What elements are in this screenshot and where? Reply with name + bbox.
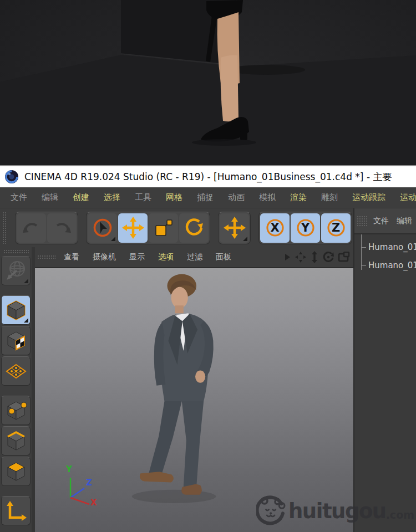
undo-button[interactable] (17, 213, 46, 243)
cinema4d-window: CINEMA 4D R19.024 Studio (RC - R19) - [H… (0, 0, 416, 532)
workplane-mode-button[interactable] (1, 356, 31, 386)
viewport-grip[interactable] (37, 255, 56, 260)
menu-snap[interactable]: 捕捉 (190, 192, 221, 203)
main-menu-bar: 文件 编辑 创建 选择 工具 网格 捕捉 动画 模拟 渲染 雕刻 运动跟踪 运动… (0, 187, 416, 208)
axis-gizmo: Y Z X (58, 469, 97, 513)
menu-render[interactable]: 渲染 (283, 192, 314, 203)
render-preview-scene (0, 0, 416, 165)
left-column: X Y Z (0, 208, 353, 532)
vp-menu-panel[interactable]: 面板 (209, 252, 238, 262)
gizmo-z-label: Z (86, 478, 92, 488)
make-editable-icon (4, 259, 28, 283)
vp-menu-cameras[interactable]: 摄像机 (86, 252, 123, 262)
menu-mograph[interactable]: 运动图形 (393, 192, 416, 203)
gizmo-y-label: Y (66, 464, 72, 474)
viewport-panel: 查看 摄像机 显示 选项 过滤 面板 (32, 247, 353, 532)
toggle-panel-icon[interactable] (338, 252, 350, 263)
vp-menu-filter[interactable]: 过滤 (180, 252, 209, 262)
y-axis-lock-button[interactable]: Y (291, 213, 320, 243)
zoom-camera-icon[interactable] (310, 251, 319, 263)
viewport-canvas[interactable]: Y Z X (35, 268, 353, 532)
render-preview-image (0, 0, 416, 165)
title-bar: CINEMA 4D R19.024 Studio (RC - R19) - [H… (0, 165, 416, 187)
menu-file[interactable]: 文件 (3, 192, 34, 203)
expand-arrow-icon[interactable] (283, 253, 291, 262)
object-label: Humano_01B (368, 242, 416, 252)
axis-lock-group: X Y Z (258, 212, 352, 244)
z-axis-lock-button[interactable]: Z (321, 213, 351, 243)
rotate-tool-icon (183, 217, 205, 239)
polygons-mode-button[interactable] (1, 457, 31, 486)
main-area: X Y Z (0, 208, 416, 532)
menu-simulate[interactable]: 模拟 (252, 192, 283, 203)
move-tool-icon (122, 217, 144, 239)
live-selection-icon (92, 217, 114, 239)
z-axis-label: Z (332, 221, 340, 234)
object-manager-header: 文件 编辑 (354, 208, 416, 234)
om-menu-edit[interactable]: 编辑 (394, 216, 414, 226)
cinema4d-logo-icon (4, 170, 19, 184)
vp-menu-options[interactable]: 选项 (151, 252, 180, 262)
om-menu-file[interactable]: 文件 (371, 216, 391, 226)
menu-mesh[interactable]: 网格 (159, 192, 190, 203)
scale-tool-icon (153, 217, 175, 239)
object-tree: Humano_01B Humano_01B (354, 234, 416, 274)
move-tool-button[interactable] (118, 213, 148, 243)
texture-mode-icon (4, 329, 28, 352)
window-title: CINEMA 4D R19.024 Studio (RC - R19) - [H… (24, 171, 392, 183)
make-editable-button[interactable] (1, 256, 31, 285)
redo-button[interactable] (47, 213, 77, 243)
pan-camera-icon[interactable] (295, 251, 307, 263)
object-manager-grip[interactable] (357, 216, 368, 227)
model-mode-icon (4, 299, 28, 322)
viewport-row: 查看 摄像机 显示 选项 过滤 面板 (0, 247, 353, 532)
last-tool-move-icon (224, 217, 246, 239)
texture-mode-button[interactable] (1, 326, 31, 355)
gizmo-x-label: X (90, 498, 97, 508)
menu-motion-tracker[interactable]: 运动跟踪 (345, 192, 393, 203)
x-axis-lock-button[interactable]: X (260, 213, 290, 243)
edges-mode-icon (4, 429, 28, 453)
palette-grip[interactable] (3, 249, 29, 254)
points-mode-button[interactable] (1, 396, 31, 425)
object-manager-panel: 文件 编辑 Humano_01B (353, 208, 416, 532)
menu-sculpt[interactable]: 雕刻 (314, 192, 345, 203)
axis-mode-button[interactable] (1, 496, 31, 525)
vp-menu-view[interactable]: 查看 (57, 252, 86, 262)
viewport-menu-bar: 查看 摄像机 显示 选项 过滤 面板 (35, 247, 353, 268)
tool-group (86, 212, 210, 244)
history-group (15, 212, 78, 244)
object-row-1[interactable]: Humano_01B (354, 238, 416, 256)
menu-tools[interactable]: 工具 (128, 192, 159, 203)
x-axis-label: X (270, 221, 279, 234)
undo-icon (21, 217, 42, 238)
y-axis-label: Y (301, 221, 310, 234)
rotate-tool-button[interactable] (179, 213, 209, 243)
top-toolbar: X Y Z (0, 208, 353, 247)
axis-mode-icon (4, 499, 28, 523)
last-tool-move-button[interactable] (220, 213, 249, 243)
menu-select[interactable]: 选择 (97, 192, 128, 203)
object-manager-empty-area[interactable] (354, 274, 416, 532)
viewport-camera-controls (283, 251, 350, 263)
polygons-mode-icon (4, 460, 28, 483)
menu-create[interactable]: 创建 (65, 192, 97, 203)
redo-icon (52, 217, 73, 238)
rotate-camera-icon[interactable] (322, 251, 334, 263)
points-mode-icon (4, 399, 28, 422)
toolbar-grip[interactable] (2, 212, 7, 244)
object-row-2[interactable]: Humano_01B (354, 256, 416, 274)
menu-edit[interactable]: 编辑 (34, 192, 65, 203)
render-floor (0, 55, 416, 165)
last-tool-group (218, 212, 251, 244)
vp-menu-display[interactable]: 显示 (123, 252, 151, 262)
edges-mode-button[interactable] (1, 426, 31, 456)
object-label: Humano_01B (368, 260, 416, 270)
mode-palette (0, 247, 32, 532)
menu-animate[interactable]: 动画 (221, 192, 252, 203)
live-selection-button[interactable] (88, 213, 117, 243)
scale-tool-button[interactable] (149, 213, 178, 243)
model-mode-button[interactable] (1, 295, 31, 325)
workplane-mode-icon (4, 360, 28, 383)
